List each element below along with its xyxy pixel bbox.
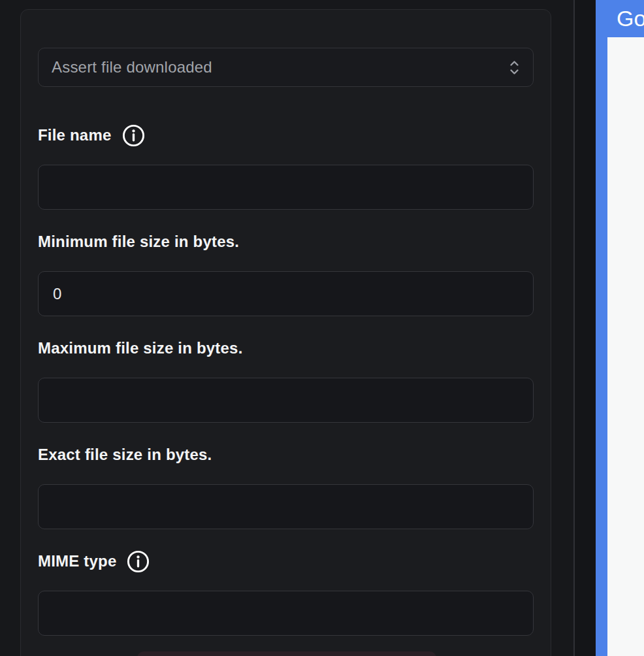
mime-type-input[interactable] — [38, 591, 534, 636]
max-file-size-input[interactable] — [38, 378, 534, 423]
field-max-file-size-label-row: Maximum file size in bytes. — [38, 336, 534, 361]
field-file-name-label-row: File name — [38, 123, 534, 148]
delete-step-button-partial[interactable] — [137, 651, 436, 656]
action-select[interactable]: Assert file downloaded — [38, 48, 534, 87]
field-exact-file-size-label: Exact file size in bytes. — [38, 445, 212, 465]
preview-screenshot — [607, 37, 644, 656]
pane-resizer[interactable] — [573, 0, 575, 656]
step-editor-panel: Assert file downloaded File name — [20, 9, 551, 656]
app-window: Assert file downloaded File name — [0, 0, 644, 656]
info-icon[interactable] — [126, 549, 150, 574]
field-min-file-size-label-row: Minimum file size in bytes. — [38, 229, 534, 254]
action-select-value: Assert file downloaded — [52, 58, 212, 76]
field-max-file-size: Maximum file size in bytes. — [38, 336, 534, 423]
field-exact-file-size-label-row: Exact file size in bytes. — [38, 442, 534, 467]
field-mime-type: MIME type — [38, 549, 534, 636]
field-min-file-size-label: Minimum file size in bytes. — [38, 232, 239, 252]
exact-file-size-input[interactable] — [38, 484, 534, 529]
min-file-size-input[interactable] — [38, 271, 534, 316]
field-max-file-size-label: Maximum file size in bytes. — [38, 338, 243, 358]
field-file-name-label: File name — [38, 125, 112, 145]
right-gutter — [575, 0, 596, 656]
field-exact-file-size: Exact file size in bytes. — [38, 442, 534, 529]
field-min-file-size: Minimum file size in bytes. — [38, 229, 534, 316]
field-file-name: File name — [38, 123, 534, 210]
field-mime-type-label-row: MIME type — [38, 549, 534, 574]
preview-card-title: Go — [596, 0, 644, 37]
info-icon[interactable] — [121, 123, 146, 148]
step-preview-card[interactable]: Go — [596, 0, 644, 656]
file-name-input[interactable] — [38, 165, 534, 210]
field-mime-type-label: MIME type — [38, 551, 116, 571]
chevron-updown-icon — [509, 59, 520, 76]
